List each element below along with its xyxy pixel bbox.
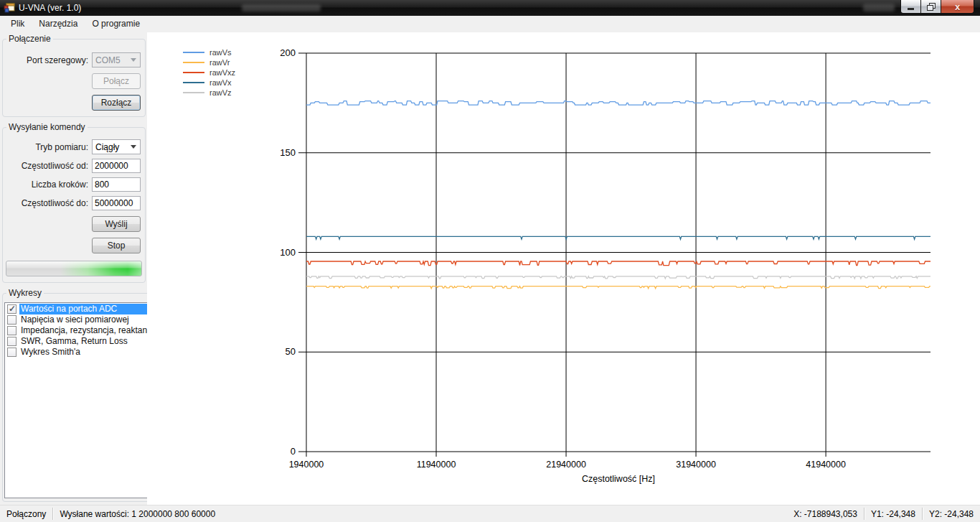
- legend-item-rawVz: rawVz: [183, 88, 235, 98]
- groupbox-charts: Wykresy Wartości na portach ADC Napięcia…: [2, 288, 161, 502]
- y-tick-label: 100: [280, 247, 296, 258]
- chevron-down-icon: [131, 145, 136, 149]
- legend-item-rawVxz: rawVxz: [183, 67, 235, 78]
- freq-to-input[interactable]: [92, 196, 141, 210]
- menu-bar: Plik Narzędzia O programie: [0, 16, 980, 32]
- window-title: U-VNA (ver. 1.0): [19, 3, 81, 13]
- list-item-smith[interactable]: Wykres Smith'a: [5, 347, 158, 358]
- list-item-label: Wartości na portach ADC: [19, 304, 158, 314]
- x-tick-label: 41940000: [806, 460, 846, 470]
- adc-values-chart[interactable]: 0501001502001940000119400002194000031940…: [147, 32, 980, 505]
- status-y2-readout: Y2: -24,348: [923, 509, 980, 519]
- app-window: U-VNA (ver. 1.0) x Plik Narzędzia O prog…: [0, 0, 980, 522]
- groupbox-charts-title: Wykresy: [6, 288, 44, 298]
- legend-label: rawVs: [209, 48, 232, 57]
- close-button[interactable]: x: [941, 0, 974, 14]
- legend-swatch: [183, 52, 204, 53]
- x-tick-label: 31940000: [676, 460, 716, 470]
- checkbox-checked-icon[interactable]: [7, 304, 17, 314]
- legend-label: rawVr: [209, 58, 230, 67]
- measure-mode-label: Tryb pomiaru:: [35, 142, 88, 152]
- legend-swatch: [183, 82, 204, 83]
- restore-button[interactable]: [921, 0, 941, 14]
- x-tick-label: 21940000: [546, 460, 586, 470]
- legend-swatch: [183, 62, 204, 63]
- y-tick-label: 150: [280, 147, 296, 158]
- title-bar: U-VNA (ver. 1.0) x: [0, 0, 980, 16]
- disconnect-button[interactable]: Rozłącz: [92, 95, 141, 111]
- measure-mode-value: Ciągły: [95, 142, 119, 152]
- window-controls: x: [900, 0, 974, 14]
- list-item-label: Impedancja, rezystancja, reaktancja: [19, 325, 158, 336]
- close-icon: x: [955, 1, 960, 12]
- list-item-label: Napięcia w sieci pomiarowej: [19, 314, 158, 325]
- legend-label: rawVz: [209, 88, 232, 97]
- steps-label: Liczba kroków:: [32, 180, 88, 190]
- checkbox-icon[interactable]: [7, 337, 17, 346]
- status-connection: Połączony: [0, 509, 52, 519]
- groupbox-command: Wysyłanie komendy Tryb pomiaru: Ciągły C…: [2, 122, 146, 283]
- series-rawVx: [306, 236, 930, 239]
- legend-item-rawVs: rawVs: [183, 47, 235, 57]
- charts-checked-list: Wartości na portach ADC Napięcia w sieci…: [4, 302, 159, 498]
- chart-legend: rawVs rawVr rawVxz rawVx rawVz: [183, 47, 235, 98]
- x-axis-title: Częstotliwość [Hz]: [582, 474, 655, 484]
- list-item-label: Wykres Smith'a: [19, 347, 158, 358]
- list-item-adc-values[interactable]: Wartości na portach ADC: [5, 304, 158, 314]
- freq-to-label: Częstotliwość do:: [22, 198, 88, 208]
- list-item-swr[interactable]: SWR, Gamma, Return Loss: [5, 336, 158, 347]
- groupbox-connection-title: Połączenie: [6, 34, 53, 44]
- progress-bar: [6, 261, 142, 276]
- menu-plik[interactable]: Plik: [4, 16, 32, 32]
- y-tick-label: 0: [291, 446, 296, 457]
- checkbox-icon[interactable]: [7, 326, 17, 335]
- series-rawVr: [306, 286, 930, 289]
- legend-swatch: [183, 72, 204, 73]
- legend-item-rawVr: rawVr: [183, 57, 235, 67]
- status-sent-values: Wysłane wartości: 1 2000000 800 60000: [53, 509, 222, 519]
- measure-mode-select[interactable]: Ciągły: [92, 139, 141, 154]
- series-rawVxz: [306, 261, 930, 266]
- x-tick-label: 11940000: [417, 460, 456, 470]
- restore-icon: [927, 3, 935, 10]
- groupbox-command-title: Wysyłanie komendy: [6, 122, 88, 132]
- steps-input[interactable]: [92, 177, 141, 192]
- serial-port-label: Port szeregowy:: [27, 55, 88, 65]
- list-item-label: SWR, Gamma, Return Loss: [19, 336, 158, 347]
- checkbox-icon[interactable]: [7, 348, 17, 357]
- legend-item-rawVx: rawVx: [183, 78, 235, 88]
- stop-button[interactable]: Stop: [92, 238, 141, 253]
- checkbox-icon[interactable]: [7, 315, 17, 325]
- app-icon: [4, 2, 15, 14]
- legend-swatch: [183, 92, 204, 93]
- chevron-down-icon: [131, 58, 136, 62]
- connect-button[interactable]: Połącz: [92, 73, 141, 89]
- minimize-button[interactable]: [900, 0, 921, 14]
- send-button[interactable]: Wyślij: [92, 216, 141, 232]
- status-x-readout: X: -7188943,053: [787, 509, 864, 519]
- serial-port-select[interactable]: COM5: [92, 52, 141, 67]
- freq-from-input[interactable]: [92, 159, 141, 173]
- freq-from-label: Częstotliwość od:: [22, 161, 88, 171]
- blurred-text-smudge: [863, 4, 895, 11]
- series-rawVs: [306, 101, 930, 106]
- status-y1-readout: Y1: -24,348: [864, 509, 922, 519]
- menu-narzedzia[interactable]: Narzędzia: [32, 16, 85, 32]
- y-tick-label: 50: [286, 346, 296, 357]
- legend-label: rawVx: [209, 78, 232, 87]
- legend-label: rawVxz: [209, 68, 235, 77]
- menu-o-programie[interactable]: O programie: [85, 16, 147, 32]
- list-item-impedance[interactable]: Impedancja, rezystancja, reaktancja: [5, 325, 158, 336]
- x-tick-label: 1940000: [289, 460, 324, 470]
- sidebar: Połączenie Port szeregowy: COM5 Połącz R…: [0, 32, 147, 505]
- y-tick-label: 200: [280, 47, 296, 58]
- chart-area[interactable]: 0501001502001940000119400002194000031940…: [147, 32, 980, 505]
- list-item-network-voltages[interactable]: Napięcia w sieci pomiarowej: [5, 314, 158, 325]
- serial-port-value: COM5: [95, 55, 121, 65]
- series-rawVz: [306, 276, 930, 279]
- groupbox-connection: Połączenie Port szeregowy: COM5 Połącz R…: [2, 34, 146, 117]
- minimize-icon: [908, 8, 914, 10]
- status-bar: Połączony Wysłane wartości: 1 2000000 80…: [0, 505, 980, 522]
- blurred-text-smudge: [242, 4, 321, 11]
